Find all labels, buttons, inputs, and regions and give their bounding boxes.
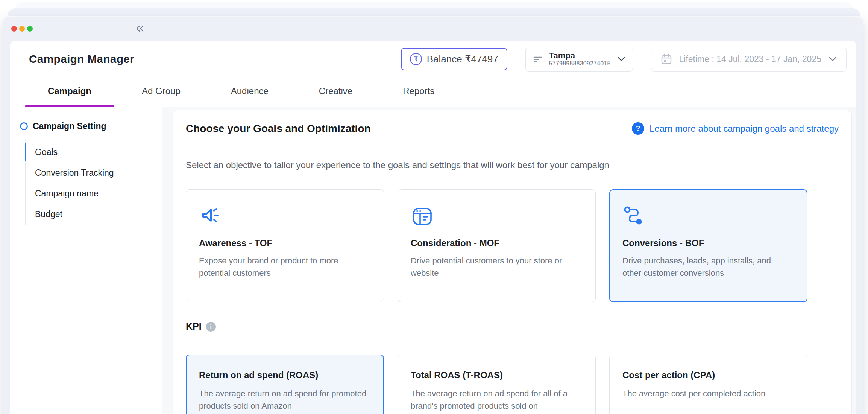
- tab-creative[interactable]: Creative: [296, 75, 375, 107]
- tab-campaign[interactable]: Campaign: [25, 75, 114, 107]
- question-circle-icon[interactable]: ?: [632, 122, 644, 135]
- goal-card-title: Conversions - BOF: [622, 238, 794, 248]
- radio-circle-icon[interactable]: [20, 122, 28, 130]
- settings-sidebar: Campaign Setting Goals Conversion Tracki…: [10, 107, 162, 414]
- titlebar: [3, 17, 863, 41]
- account-texts: Tampa 577989888309274015: [549, 51, 611, 67]
- kpi-card-description: The average return on ad spend for all o…: [411, 387, 582, 412]
- main-tabs: Campaign Ad Group Audience Creative Repo…: [10, 75, 856, 107]
- goal-card-description: Drive purchases, leads, app installs, an…: [622, 254, 790, 279]
- goal-card-title: Consideration - MOF: [411, 238, 583, 248]
- tab-reports[interactable]: Reports: [380, 75, 457, 107]
- tab-ad-group[interactable]: Ad Group: [119, 75, 203, 107]
- kpi-card-title: Cost per action (CPA): [622, 370, 794, 381]
- rupee-icon: ₹: [410, 53, 422, 65]
- balance-button[interactable]: ₹ Balance ₹47497: [401, 48, 507, 70]
- date-range-selector[interactable]: Lifetime : 14 Jul, 2023 - 17 Jan, 2025: [651, 47, 847, 72]
- route-icon: [622, 205, 794, 228]
- chevron-down-icon: [617, 55, 626, 64]
- minimize-window-icon[interactable]: [19, 26, 25, 32]
- megaphone-icon: [199, 205, 371, 228]
- kpi-card-cpa[interactable]: Cost per action (CPA) The average cost p…: [609, 355, 807, 414]
- header-controls: ₹ Balance ₹47497 Tampa: [401, 47, 847, 72]
- sidebar-section-campaign-setting[interactable]: Campaign Setting: [10, 121, 162, 131]
- sidebar-item-budget[interactable]: Budget: [26, 204, 162, 225]
- date-range-label: Lifetime : 14 Jul, 2023 - 17 Jan, 2025: [679, 54, 821, 64]
- collapse-sidebar-icon[interactable]: [134, 23, 146, 35]
- kpi-card-description: The average return on ad spend for promo…: [199, 387, 370, 412]
- kpi-card-roas[interactable]: Return on ad spend (ROAS) The average re…: [186, 355, 384, 414]
- sidebar-item-campaign-name[interactable]: Campaign name: [26, 183, 162, 204]
- kpi-card-t-roas[interactable]: Total ROAS (T-ROAS) The average return o…: [398, 355, 596, 414]
- goals-panel-title: Choose your Goals and Optimization: [186, 123, 371, 135]
- workspace: Campaign Setting Goals Conversion Tracki…: [10, 107, 856, 414]
- learn-more-link[interactable]: ? Learn more about campaign goals and st…: [632, 122, 839, 135]
- balance-label: Balance ₹47497: [427, 53, 498, 65]
- goal-card-description: Drive potential customers to your store …: [411, 254, 578, 279]
- goal-card-conversions-bof[interactable]: Conversions - BOF Drive purchases, leads…: [609, 189, 807, 302]
- account-id: 577989888309274015: [549, 60, 611, 67]
- storefront-icon: [411, 205, 583, 228]
- app-window: Campaign Manager ₹ Balance ₹47497: [3, 17, 863, 414]
- tab-audience[interactable]: Audience: [208, 75, 291, 107]
- filter-icon: [533, 54, 543, 64]
- window-controls: [11, 26, 33, 32]
- chevron-down-icon: [828, 55, 837, 64]
- info-icon[interactable]: i: [206, 322, 216, 332]
- sidebar-section-label: Campaign Setting: [33, 121, 106, 131]
- goal-cards: Awareness - TOF Expose your brand or pro…: [186, 189, 839, 302]
- content-card: Campaign Manager ₹ Balance ₹47497: [10, 41, 856, 414]
- screen: Campaign Manager ₹ Balance ₹47497: [0, 0, 868, 414]
- goals-panel: Choose your Goals and Optimization ? Lea…: [173, 110, 852, 414]
- goal-card-consideration-mof[interactable]: Consideration - MOF Drive potential cust…: [398, 189, 596, 302]
- maximize-window-icon[interactable]: [27, 26, 33, 32]
- kpi-cards: Return on ad spend (ROAS) The average re…: [186, 355, 839, 414]
- goals-panel-body: Select an objective to tailor your exper…: [173, 147, 851, 414]
- close-window-icon[interactable]: [11, 26, 17, 32]
- kpi-heading: KPI i: [186, 321, 839, 332]
- goals-panel-header: Choose your Goals and Optimization ? Lea…: [173, 110, 851, 147]
- account-selector[interactable]: Tampa 577989888309274015: [525, 47, 633, 72]
- account-name: Tampa: [549, 51, 611, 60]
- sidebar-steps: Goals Conversion Tracking Campaign name …: [25, 140, 162, 225]
- kpi-card-title: Total ROAS (T-ROAS): [411, 370, 583, 381]
- goal-card-description: Expose your brand or product to more pot…: [199, 254, 366, 279]
- learn-more-text: Learn more about campaign goals and stra…: [649, 123, 839, 134]
- goals-subtitle: Select an objective to tailor your exper…: [186, 160, 839, 170]
- goal-card-title: Awareness - TOF: [199, 238, 371, 248]
- page-title: Campaign Manager: [29, 53, 134, 65]
- kpi-card-description: The average cost per completed action: [622, 387, 794, 400]
- app-header: Campaign Manager ₹ Balance ₹47497: [10, 41, 856, 75]
- sidebar-item-conversion-tracking[interactable]: Conversion Tracking: [26, 163, 162, 183]
- kpi-card-title: Return on ad spend (ROAS): [199, 370, 371, 381]
- calendar-icon: [660, 53, 672, 65]
- sidebar-item-goals[interactable]: Goals: [26, 142, 162, 163]
- kpi-title: KPI: [186, 321, 202, 332]
- goal-card-awareness-tof[interactable]: Awareness - TOF Expose your brand or pro…: [186, 189, 384, 302]
